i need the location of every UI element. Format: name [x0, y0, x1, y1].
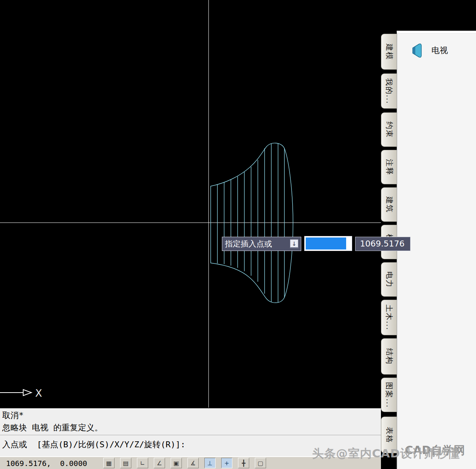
- tv-block-icon: [410, 42, 425, 59]
- ortho-icon: ∟: [140, 460, 145, 467]
- dynamic-input-value[interactable]: 1069.5176: [355, 237, 411, 251]
- command-prompt-line[interactable]: 入点或 [基点(B)/比例(S)/X/Y/Z/旋转(R)]:: [0, 437, 381, 451]
- grid-toggle-button[interactable]: ▤: [120, 458, 131, 468]
- dyn-toggle-button[interactable]: +: [221, 458, 232, 468]
- palette-tab-modeling[interactable]: 建模: [381, 34, 397, 70]
- osnap-icon: ▣: [173, 460, 179, 467]
- command-divider: [0, 435, 381, 436]
- ducs-toggle-button[interactable]: ⊥: [204, 458, 216, 468]
- status-toggle-buttons: ▦ ▤ ∟ ∠ ▣ ∡ ⊥ + ╋ ▢: [103, 458, 266, 468]
- otrack-icon: ∡: [190, 460, 196, 467]
- ducs-icon: ⊥: [207, 460, 213, 467]
- lineweight-icon: ╋: [242, 460, 245, 467]
- osnap-toggle-button[interactable]: ▣: [171, 458, 182, 468]
- autocad-window: X 电视 建模 我的... 约束 注释 建筑 机械 电力 土木... 结构 图案…: [0, 0, 476, 469]
- model-icon: ▢: [257, 460, 263, 467]
- otrack-toggle-button[interactable]: ∡: [187, 458, 199, 468]
- ortho-toggle-button[interactable]: ∟: [137, 458, 148, 468]
- palette-tabs: 建模 我的... 约束 注释 建筑 机械 电力 土木... 结构 图案... 表…: [381, 0, 397, 469]
- palette-tab-hatch[interactable]: 图案...: [381, 378, 397, 412]
- palette-tab-architecture[interactable]: 建筑: [381, 187, 397, 222]
- dynamic-input-field[interactable]: [304, 236, 352, 251]
- ucs-icon: X: [0, 387, 42, 399]
- dyn-icon: +: [224, 460, 229, 467]
- down-arrow-icon[interactable]: ↓: [290, 239, 298, 248]
- palette-item-tv[interactable]: 电视: [397, 33, 476, 59]
- polar-toggle-button[interactable]: ∠: [154, 458, 165, 468]
- command-window[interactable]: 取消* 忽略块 电视 的重复定义。 入点或 [基点(B)/比例(S)/X/Y/Z…: [0, 408, 381, 456]
- dynamic-input-prompt-text: 指定插入点或: [225, 239, 272, 249]
- snap-toggle-button[interactable]: ▦: [103, 458, 115, 468]
- grid-icon: ▤: [123, 460, 128, 467]
- command-history-line-2: 忽略块 电视 的重复定义。: [0, 421, 381, 434]
- palette-tab-electrical[interactable]: 电力: [381, 262, 397, 297]
- command-history-line-1: 取消*: [0, 409, 381, 421]
- palette-tab-structure[interactable]: 结构: [381, 338, 397, 375]
- dynamic-input-selection: [306, 237, 346, 249]
- polar-icon: ∠: [157, 460, 162, 467]
- coordinate-display: 1069.5176, 0.0000: [6, 459, 87, 468]
- ucs-x-label: X: [35, 387, 42, 399]
- lineweight-toggle-button[interactable]: ╋: [238, 458, 249, 468]
- model-toggle-button[interactable]: ▢: [255, 458, 266, 468]
- snap-icon: ▦: [106, 460, 112, 467]
- palette-tab-civil[interactable]: 土木...: [381, 300, 397, 335]
- palette-item-label: 电视: [431, 45, 448, 56]
- palette-tab-table[interactable]: 表格: [381, 417, 397, 453]
- status-bar: 1069.5176, 0.0000 ▦ ▤ ∟ ∠ ▣ ∡ ⊥ + ╋ ▢: [0, 456, 381, 469]
- palette-tab-my[interactable]: 我的...: [381, 73, 397, 109]
- palette-tab-annotation[interactable]: 注释: [381, 150, 397, 184]
- palette-tab-constraint[interactable]: 约束: [381, 112, 397, 147]
- dynamic-input-prompt: 指定插入点或 ↓: [222, 237, 301, 251]
